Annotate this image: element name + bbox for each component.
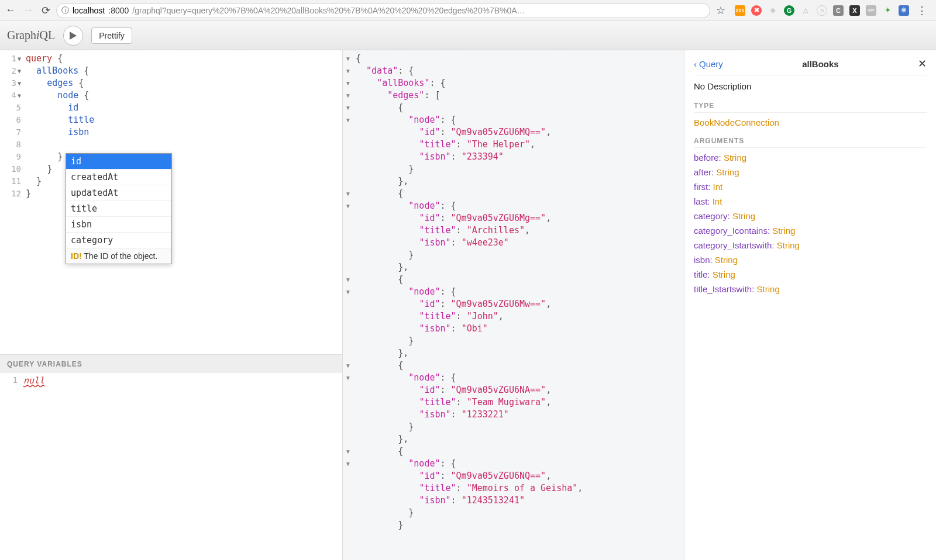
docs-type-link[interactable]: BookNodeConnection xyxy=(694,117,927,127)
extension-icons: 201 ✖ ◆ G △ ○ C X </> ✦ ⚛ ⋮ xyxy=(731,4,932,18)
line-gutter: 1▼ 2▼ 3▼ 4▼ 5 6 7 8 9 10 11 12 xyxy=(0,50,23,200)
autocomplete-item-createdAt[interactable]: createdAt xyxy=(66,170,171,185)
ext-icon-code[interactable]: </> xyxy=(866,5,876,16)
docs-arguments-list: before: Stringafter: Stringfirst: Intlas… xyxy=(694,153,927,294)
vars-line-gutter: 1 xyxy=(0,375,18,385)
ext-icon-react[interactable]: ⚛ xyxy=(899,5,909,16)
graphiql-toolbar: GraphiQL Prettify xyxy=(0,21,936,50)
ext-icon-3[interactable]: ◆ xyxy=(768,5,778,16)
url-path: /graphql?query=query%20%7B%0A%20%20allBo… xyxy=(132,6,525,15)
query-editor-pane: 1▼ 2▼ 3▼ 4▼ 5 6 7 8 9 10 11 12 query { a… xyxy=(0,50,343,560)
docs-back-button[interactable]: ‹ Query xyxy=(694,59,723,69)
docs-argument-row[interactable]: isbn: String xyxy=(694,255,927,265)
execute-button[interactable] xyxy=(63,26,83,46)
query-editor[interactable]: 1▼ 2▼ 3▼ 4▼ 5 6 7 8 9 10 11 12 query { a… xyxy=(0,50,342,354)
query-variables-editor[interactable]: 1 null xyxy=(0,373,342,560)
forward-button[interactable]: → xyxy=(21,4,35,18)
result-pane: ▼▼▼▼▼▼▼▼▼▼▼▼▼▼ { "data": { "allBooks": {… xyxy=(343,50,684,560)
docs-argument-row[interactable]: before: String xyxy=(694,153,927,163)
docs-header: ‹ Query allBooks ✕ xyxy=(694,57,927,75)
docs-pane: ‹ Query allBooks ✕ No Description TYPE B… xyxy=(684,50,936,560)
svg-marker-0 xyxy=(70,32,77,40)
url-host: localhost xyxy=(73,6,105,15)
autocomplete-popup: id createdAt updatedAt title isbn catego… xyxy=(66,153,172,264)
query-variables-header[interactable]: QUERY VARIABLES xyxy=(0,354,342,373)
autocomplete-item-category[interactable]: category xyxy=(66,233,171,248)
docs-argument-row[interactable]: category_Istartswith: String xyxy=(694,240,927,250)
ext-icon-5[interactable]: △ xyxy=(800,5,811,16)
docs-arguments-label: ARGUMENTS xyxy=(694,137,927,148)
ext-icon-1[interactable]: 201 xyxy=(735,5,745,16)
docs-no-description: No Description xyxy=(694,81,927,91)
prettify-button[interactable]: Prettify xyxy=(91,27,132,44)
vars-null-value: null xyxy=(23,375,44,386)
docs-argument-row[interactable]: last: Int xyxy=(694,196,927,206)
ext-icon-c[interactable]: C xyxy=(833,5,844,16)
browser-chrome: ← → ⟳ ⓘ localhost:8000/graphql?query=que… xyxy=(0,0,936,21)
autocomplete-item-title[interactable]: title xyxy=(66,201,171,217)
ext-icon-6[interactable]: ○ xyxy=(817,5,827,16)
docs-type-label: TYPE xyxy=(694,102,927,113)
ext-icon-grammarly[interactable]: G xyxy=(784,5,794,16)
docs-argument-row[interactable]: title: String xyxy=(694,269,927,279)
site-info-icon[interactable]: ⓘ xyxy=(61,5,69,16)
autocomplete-item-isbn[interactable]: isbn xyxy=(66,217,171,233)
result-fold-gutter: ▼▼▼▼▼▼▼▼▼▼▼▼▼▼ xyxy=(343,53,353,470)
docs-argument-row[interactable]: category: String xyxy=(694,211,927,221)
docs-current-title: allBooks xyxy=(802,59,839,69)
browser-menu-icon[interactable]: ⋮ xyxy=(915,4,929,18)
autocomplete-description: ID! The ID of the object. xyxy=(66,248,171,264)
result-json[interactable]: { "data": { "allBooks": { "edges": [ { "… xyxy=(356,53,583,531)
docs-argument-row[interactable]: title_Istartswith: String xyxy=(694,284,927,294)
docs-argument-row[interactable]: after: String xyxy=(694,167,927,177)
ext-icon-x[interactable]: X xyxy=(849,5,860,16)
url-port: :8000 xyxy=(108,6,129,15)
docs-argument-row[interactable]: first: Int xyxy=(694,182,927,192)
ext-icon-turtle[interactable]: ✦ xyxy=(882,5,893,16)
play-icon xyxy=(70,32,77,40)
back-button[interactable]: ← xyxy=(4,4,18,18)
reload-button[interactable]: ⟳ xyxy=(39,4,53,18)
docs-close-button[interactable]: ✕ xyxy=(918,57,927,70)
bookmark-star-icon[interactable]: ☆ xyxy=(714,4,728,18)
graphiql-logo: GraphiQL xyxy=(7,29,55,42)
autocomplete-item-updatedAt[interactable]: updatedAt xyxy=(66,185,171,201)
ext-icon-2[interactable]: ✖ xyxy=(751,5,762,16)
docs-argument-row[interactable]: category_Icontains: String xyxy=(694,226,927,236)
autocomplete-item-id[interactable]: id xyxy=(66,154,171,170)
address-bar[interactable]: ⓘ localhost:8000/graphql?query=query%20%… xyxy=(56,3,710,18)
